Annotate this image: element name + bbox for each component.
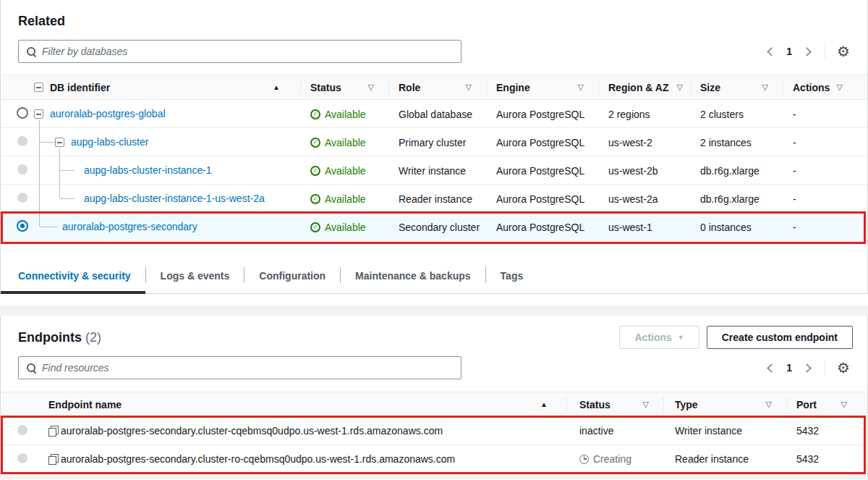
status-creating: Creating xyxy=(579,453,663,465)
tab-configuration[interactable]: Configuration xyxy=(244,260,340,293)
role-cell: Reader instance xyxy=(388,193,486,205)
sort-ascending-icon[interactable]: ▲ xyxy=(273,83,280,91)
row-radio-button xyxy=(17,136,27,146)
tree-connector-line xyxy=(39,213,40,227)
filter-icon[interactable]: ▽ xyxy=(766,400,772,409)
sort-ascending-icon[interactable]: ▲ xyxy=(540,400,548,408)
role-cell: Primary cluster xyxy=(388,137,486,148)
col-size[interactable]: Size ▽ xyxy=(690,75,783,99)
search-icon xyxy=(26,46,36,56)
table-row[interactable]: aupg-labs-cluster-instance-1-us-west-2a✓… xyxy=(1,185,867,213)
filter-icon[interactable]: ▽ xyxy=(841,400,847,409)
size-cell: db.r6g.xlarge xyxy=(690,193,783,205)
col-engine[interactable]: Engine ▽ xyxy=(486,75,598,99)
status-text: Available xyxy=(325,137,366,148)
create-custom-endpoint-button[interactable]: Create custom endpoint xyxy=(707,326,853,349)
col-status[interactable]: Status ▽ xyxy=(566,392,663,416)
db-identifier-link[interactable]: aupg-labs-cluster-instance-1 xyxy=(84,164,212,176)
status-cell: ✓Available xyxy=(300,165,388,177)
tab-tags[interactable]: Tags xyxy=(486,260,538,293)
filter-icon[interactable]: ▽ xyxy=(677,83,683,92)
db-identifier-cell: auroralab-postgres-secondary xyxy=(33,213,300,241)
divider xyxy=(825,358,825,377)
tree-collapse-checkbox[interactable] xyxy=(34,109,43,119)
actions-cell: - xyxy=(783,109,868,120)
db-identifier-cell: auroralab-postgres-global xyxy=(33,100,300,128)
endpoints-filter-input[interactable] xyxy=(42,362,454,374)
tree-collapse-checkbox[interactable] xyxy=(55,138,64,147)
col-role[interactable]: Role ▽ xyxy=(388,75,486,99)
row-radio-button[interactable] xyxy=(17,220,28,232)
settings-gear-icon[interactable]: ⚙ xyxy=(837,44,850,59)
status-available: ✓Available xyxy=(310,222,388,233)
table-row[interactable]: auroralab-postgres-secondary✓AvailableSe… xyxy=(1,213,867,241)
status-available: ✓Available xyxy=(310,137,388,148)
tab-logs-events[interactable]: Logs & events xyxy=(146,260,244,293)
db-identifier-link[interactable]: auroralab-postgres-secondary xyxy=(62,221,197,232)
table-row[interactable]: aupg-labs-cluster-instance-1✓AvailableWr… xyxy=(1,156,867,185)
table-row[interactable]: auroralab-postgres-secondary.cluster-cqe… xyxy=(1,417,867,445)
size-cell: 2 clusters xyxy=(690,109,783,120)
page-number[interactable]: 1 xyxy=(786,46,792,57)
col-status[interactable]: Status ▽ xyxy=(300,75,388,99)
filter-icon[interactable]: ▽ xyxy=(837,83,843,92)
filter-icon[interactable]: ▽ xyxy=(578,83,584,92)
row-selection-cell xyxy=(1,136,33,148)
endpoint-name-cell: auroralab-postgres-secondary.cluster-ro-… xyxy=(33,453,566,465)
related-filter-box[interactable] xyxy=(18,40,461,63)
detail-tabs: Connectivity & securityLogs & eventsConf… xyxy=(1,260,867,294)
col-actions[interactable]: Actions ▽ xyxy=(783,75,868,99)
db-identifier-link[interactable]: auroralab-postgres-global xyxy=(50,108,166,119)
tab-maintenance-backups[interactable]: Maintenance & backups xyxy=(341,260,485,293)
table-row[interactable]: auroralab-postgres-secondary.cluster-ro-… xyxy=(1,445,867,473)
filter-icon[interactable]: ▽ xyxy=(643,400,649,409)
filter-icon[interactable]: ▽ xyxy=(762,83,768,92)
row-radio-button[interactable] xyxy=(17,107,28,119)
row-radio-button xyxy=(17,425,27,435)
check-circle-icon: ✓ xyxy=(310,194,320,204)
related-filter-row: 1 ⚙ xyxy=(1,40,867,63)
endpoints-filter-box[interactable] xyxy=(18,356,461,379)
db-identifier-cell: aupg-labs-cluster-instance-1-us-west-2a xyxy=(33,185,300,213)
actions-button: Actions ▼ xyxy=(619,326,699,349)
db-identifier-cell: aupg-labs-cluster xyxy=(33,128,300,156)
engine-cell: Aurora PostgreSQL xyxy=(486,193,598,205)
spacer xyxy=(0,294,868,306)
copy-icon[interactable] xyxy=(48,454,58,464)
check-circle-icon: ✓ xyxy=(310,109,320,119)
tab-connectivity-security[interactable]: Connectivity & security xyxy=(1,260,145,293)
filter-icon[interactable]: ▽ xyxy=(466,83,472,92)
port-cell: 5432 xyxy=(786,425,868,437)
related-filter-input[interactable] xyxy=(42,46,454,57)
db-identifier-link[interactable]: aupg-labs-cluster-instance-1-us-west-2a xyxy=(84,193,265,204)
search-icon xyxy=(26,363,36,373)
copy-icon[interactable] xyxy=(48,426,58,436)
endpoints-pagination: 1 ⚙ xyxy=(768,358,850,377)
related-title: Related xyxy=(18,14,867,29)
endpoint-name-cell: auroralab-postgres-secondary.cluster-cqe… xyxy=(33,425,566,437)
endpoints-table-body: auroralab-postgres-secondary.cluster-cqe… xyxy=(1,417,867,473)
endpoints-section: Endpoints (2) Actions ▼ Create custom en… xyxy=(0,316,868,473)
status-cell: ✓Available xyxy=(300,109,388,120)
collapse-all-checkbox[interactable] xyxy=(34,83,43,92)
next-page-icon xyxy=(802,47,812,56)
col-type[interactable]: Type ▽ xyxy=(663,392,786,416)
table-row[interactable]: auroralab-postgres-global✓AvailableGloba… xyxy=(1,100,867,128)
settings-gear-icon[interactable]: ⚙ xyxy=(837,361,850,375)
endpoints-table-header: Endpoint name ▲ Status ▽ Type ▽ Port ▽ xyxy=(1,392,867,417)
region-az-cell: us-west-2a xyxy=(598,193,690,205)
col-endpoint-name[interactable]: Endpoint name ▲ xyxy=(33,392,566,416)
page-number[interactable]: 1 xyxy=(786,362,792,374)
page-background xyxy=(0,473,868,479)
col-region-az[interactable]: Region & AZ ▽ xyxy=(598,75,690,99)
rds-console-page: Related 1 ⚙ DB identifier ▲ xyxy=(0,0,868,480)
col-port[interactable]: Port ▽ xyxy=(786,392,868,416)
actions-cell: - xyxy=(783,137,868,148)
table-row[interactable]: aupg-labs-cluster✓AvailablePrimary clust… xyxy=(1,128,867,156)
tree-connector-line xyxy=(60,170,75,171)
size-cell: 2 instances xyxy=(690,137,783,148)
db-identifier-link[interactable]: aupg-labs-cluster xyxy=(71,136,148,148)
filter-icon[interactable]: ▽ xyxy=(368,83,374,92)
col-db-identifier[interactable]: DB identifier ▲ xyxy=(33,75,300,99)
tree-connector-line xyxy=(39,120,40,128)
